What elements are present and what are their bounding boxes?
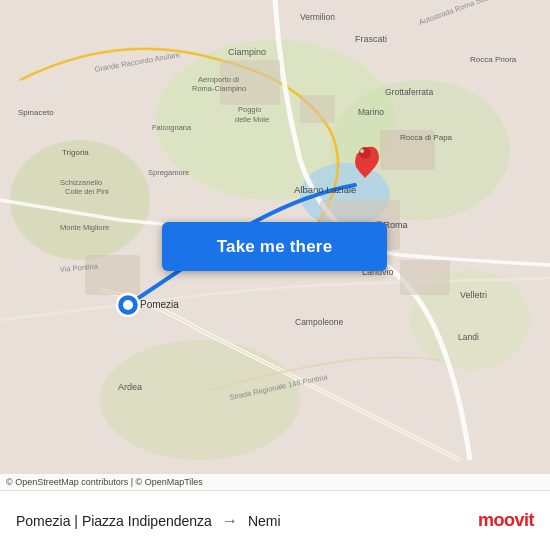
svg-point-15 (359, 147, 371, 159)
svg-text:Falcognana: Falcognana (152, 123, 192, 132)
svg-text:Trigoria: Trigoria (62, 148, 89, 157)
svg-text:Schizzanello: Schizzanello (60, 178, 102, 187)
svg-text:Velletri: Velletri (460, 290, 487, 300)
svg-rect-12 (400, 260, 450, 295)
route-arrow-icon: → (222, 512, 238, 530)
bottom-bar: Pomezia | Piazza Indipendenza → Nemi moo… (0, 490, 550, 550)
svg-text:Vermilion: Vermilion (300, 12, 335, 22)
moovit-logo: moovit (478, 510, 534, 531)
svg-text:Spregamore: Spregamore (148, 168, 189, 177)
svg-text:Grottaferrata: Grottaferrata (385, 87, 433, 97)
svg-text:Albano Laziale: Albano Laziale (294, 184, 356, 195)
svg-point-14 (123, 300, 133, 310)
svg-text:Roma-Ciampino: Roma-Ciampino (192, 84, 246, 93)
svg-text:Pomezia: Pomezia (140, 299, 179, 310)
svg-text:Rocca Priora: Rocca Priora (470, 55, 517, 64)
svg-text:Landi: Landi (458, 332, 479, 342)
svg-point-2 (10, 140, 150, 260)
map-attribution: © OpenStreetMap contributors | © OpenMap… (0, 474, 550, 490)
route-from: Pomezia | Piazza Indipendenza (16, 513, 212, 529)
svg-text:Aeroporto di: Aeroporto di (198, 75, 239, 84)
svg-text:Marino: Marino (358, 107, 384, 117)
svg-text:delle Mole: delle Mole (235, 115, 269, 124)
svg-text:Colle dei Pini: Colle dei Pini (65, 187, 109, 196)
route-to: Nemi (248, 513, 281, 529)
attribution-text: © OpenStreetMap contributors | © OpenMap… (6, 477, 203, 487)
svg-text:Spinaceto: Spinaceto (18, 108, 54, 117)
take-me-there-button[interactable]: Take me there (162, 222, 387, 271)
svg-text:Frascati: Frascati (355, 34, 387, 44)
svg-rect-11 (85, 255, 140, 295)
svg-text:Rocca di Papa: Rocca di Papa (400, 133, 453, 142)
moovit-brand-name: moovit (478, 510, 534, 531)
svg-text:Ciampino: Ciampino (228, 47, 266, 57)
svg-text:Poggio: Poggio (238, 105, 261, 114)
svg-point-16 (360, 149, 364, 153)
svg-text:Ardea: Ardea (118, 382, 142, 392)
svg-rect-8 (300, 95, 335, 123)
svg-text:Campoleone: Campoleone (295, 317, 343, 327)
svg-point-5 (100, 340, 300, 460)
map-container: Ciampino Frascati Grottaferrata Rocca di… (0, 0, 550, 490)
svg-text:Monte Migliore: Monte Migliore (60, 223, 109, 232)
